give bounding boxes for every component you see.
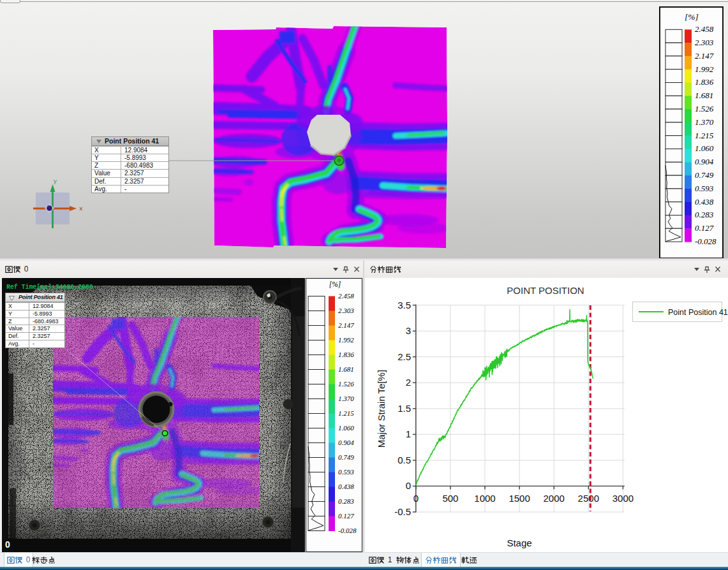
svg-text:3: 3 [406, 325, 411, 336]
svg-text:1: 1 [406, 428, 411, 439]
svg-text:1.5: 1.5 [397, 403, 411, 414]
svg-text:Major Strain Te[%]: Major Strain Te[%] [376, 370, 387, 448]
svg-text:500: 500 [442, 493, 458, 504]
svg-text:1000: 1000 [474, 493, 495, 504]
svg-text:1500: 1500 [509, 493, 530, 504]
svg-text:3.5: 3.5 [397, 300, 411, 311]
svg-text:2000: 2000 [544, 493, 565, 504]
svg-text:0: 0 [406, 480, 411, 491]
svg-text:0.5: 0.5 [397, 455, 411, 465]
svg-text:2.5: 2.5 [397, 351, 411, 362]
svg-text:0: 0 [24, 265, 28, 274]
svg-text:1: 1 [388, 556, 392, 564]
svg-text:2: 2 [406, 377, 411, 388]
svg-text:3000: 3000 [613, 493, 634, 504]
svg-text:x: x [79, 205, 83, 212]
svg-text:POINT POSITION: POINT POSITION [507, 285, 584, 296]
svg-text:2500: 2500 [578, 493, 599, 504]
svg-text:0: 0 [413, 493, 419, 504]
svg-text:-0.5: -0.5 [394, 506, 411, 517]
svg-text:Stage: Stage [507, 537, 531, 548]
svg-text:y: y [54, 178, 57, 185]
svg-text:Point Position 41: Point Position 41 [668, 308, 728, 317]
